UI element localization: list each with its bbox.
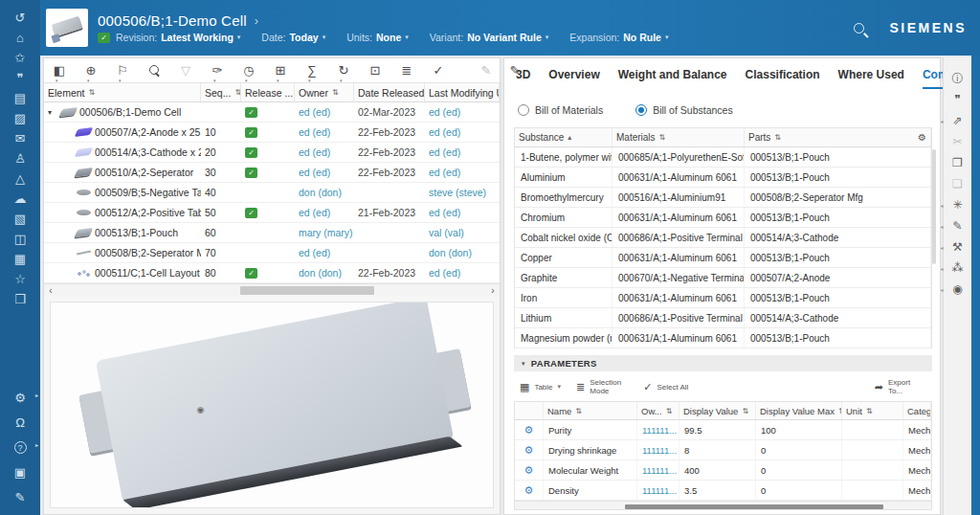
column-header-seq[interactable]: Seq... ⇅ bbox=[201, 83, 241, 101]
change-icon[interactable]: △ bbox=[8, 168, 33, 189]
back-icon[interactable]: ↺ bbox=[8, 8, 33, 28]
column-settings-gear-icon[interactable] bbox=[918, 132, 926, 143]
add-element-icon[interactable]: ⊕ ▾ bbox=[83, 63, 99, 78]
last-modifying-user-link[interactable]: val (val) bbox=[425, 223, 500, 242]
table-row[interactable]: 000510/A;2-Seperator 30 ed (ed) 22-Feb-2… bbox=[44, 163, 500, 183]
column-header-category[interactable]: Category bbox=[903, 402, 931, 419]
sort-icon[interactable]: ⇅ bbox=[332, 88, 339, 97]
sort-icon[interactable]: ⇅ bbox=[866, 407, 873, 415]
table-row[interactable]: 000507/A;2-Anode x 25 10 ed (ed) 22-Feb-… bbox=[44, 123, 500, 143]
table-row[interactable]: 000508/B;2-Seperator Mfg 70 ed (ed) don … bbox=[44, 243, 500, 263]
owner-link[interactable]: mary (mary) bbox=[295, 223, 354, 242]
markup-tools-icon[interactable]: ✎ ▸ bbox=[8, 484, 33, 509]
tab[interactable]: Weight and Balance bbox=[618, 68, 727, 89]
export-button[interactable]: ➦ Export To... bbox=[875, 378, 926, 395]
sort-icon[interactable]: ▴ bbox=[568, 133, 571, 142]
table-row[interactable]: 000512/A;2-Positive Tab 50 ed (ed) 21-Fe… bbox=[44, 203, 500, 223]
notifications-icon[interactable]: Ω ▸ bbox=[8, 410, 33, 435]
column-header-unit[interactable]: Unit ⇅ bbox=[842, 402, 903, 419]
sort-icon[interactable]: ⇅ bbox=[89, 88, 96, 97]
owner-link[interactable]: ed (ed) bbox=[295, 143, 354, 162]
select-all-button[interactable]: ✓ Select All bbox=[643, 381, 688, 393]
expand-grid-icon[interactable]: ⊞ ▾ bbox=[273, 63, 288, 78]
new-object-icon[interactable]: ◂ ✳ bbox=[947, 197, 969, 213]
radio-button-icon[interactable] bbox=[635, 104, 647, 116]
column-header-display-value-max[interactable]: Display Value Max ⇅ bbox=[756, 402, 842, 419]
radio-button-icon[interactable] bbox=[518, 104, 529, 116]
scroll-left-icon[interactable]: ‹ bbox=[44, 285, 57, 296]
tab[interactable]: Overview bbox=[548, 68, 599, 89]
horizontal-scrollbar[interactable]: ‹ › bbox=[44, 283, 500, 296]
replace-element-icon[interactable]: ⚐ ▾ bbox=[115, 63, 130, 78]
owner-link[interactable]: don (don) bbox=[295, 183, 354, 202]
table-row[interactable]: 000511/C;1-Cell Layout 80 don (don) 22-F… bbox=[44, 263, 500, 283]
owner-link[interactable]: ed (ed) bbox=[295, 123, 354, 142]
last-modifying-user-link[interactable]: ed (ed) bbox=[425, 203, 500, 222]
badge-icon[interactable]: ✩ bbox=[8, 48, 33, 68]
selection-mode-button[interactable]: ≣ Selection Mode bbox=[576, 378, 628, 395]
table-row[interactable]: 000514/A;3-Cathode x 24 20 ed (ed) 22-Fe… bbox=[44, 143, 500, 163]
last-modifying-user-link[interactable]: don (don) bbox=[425, 243, 500, 262]
context-dropdown[interactable]: Date: Today ▾ bbox=[261, 32, 325, 43]
complete-icon[interactable]: ✓ ▾ bbox=[431, 63, 446, 78]
owner-link[interactable]: ed (ed) bbox=[295, 102, 354, 122]
collaboration-icon[interactable]: ❞ bbox=[8, 68, 33, 88]
sort-icon[interactable]: ⇅ bbox=[659, 133, 666, 142]
folder-icon[interactable]: ▤ bbox=[8, 88, 33, 108]
table-row[interactable]: Molecular Weight 111111... 400 0 Mechani… bbox=[515, 460, 931, 481]
visualization-icon[interactable]: ▧ bbox=[8, 209, 33, 229]
table-row[interactable]: 000509/B;5-Negative Tab 40 don (don) ste… bbox=[44, 183, 500, 203]
cut-icon[interactable]: ◂ ✂ bbox=[947, 134, 969, 149]
context-dropdown[interactable]: Variant: No Variant Rule ▾ bbox=[430, 32, 549, 43]
paste-icon[interactable]: ◂ ❏ bbox=[947, 176, 969, 191]
viewer-canvas[interactable] bbox=[50, 302, 494, 508]
search-icon[interactable] bbox=[854, 23, 864, 34]
conversation-icon[interactable]: ◂ ❞ bbox=[947, 92, 969, 107]
history-icon[interactable]: ◷ ▾ bbox=[241, 63, 256, 78]
requirements-icon[interactable]: ❒ bbox=[8, 289, 33, 309]
context-dropdown[interactable]: Revision: Latest Working ▾ bbox=[116, 32, 240, 43]
collapse-chevron-icon[interactable]: ▾ bbox=[522, 360, 525, 368]
parameters-section-header[interactable]: ▾ PARAMETERS bbox=[514, 355, 932, 371]
table-row[interactable]: Aluminium 000631/A;1-Aluminum 6061 00051… bbox=[515, 168, 931, 188]
owner-link[interactable]: ed (ed) bbox=[295, 163, 354, 182]
sort-icon[interactable]: ⇅ bbox=[575, 407, 582, 415]
markup-pencil-icon[interactable]: ✎ bbox=[479, 63, 494, 78]
context-dropdown[interactable]: Units: None ▾ bbox=[346, 32, 409, 43]
share-cloud-icon[interactable]: ☁ bbox=[8, 189, 33, 209]
update-structure-icon[interactable]: ↻ ▾ bbox=[336, 63, 351, 78]
radio-option[interactable]: Bill of Substances bbox=[635, 104, 732, 116]
pouch-cell-model[interactable] bbox=[96, 302, 455, 504]
table-row[interactable]: 000513/B;1-Pouch 60 mary (mary) val (val… bbox=[44, 223, 500, 243]
last-modifying-user-link[interactable]: ed (ed) bbox=[425, 263, 500, 282]
table-row[interactable]: Cobalt nickel oxide (CoNiO 000686/A;1-Po… bbox=[515, 228, 931, 248]
parameters-horizontal-scrollbar[interactable] bbox=[515, 501, 931, 509]
table-row[interactable]: Magnesium powder (not st 000631/A;1-Alum… bbox=[515, 328, 931, 348]
page-title[interactable]: 000506/B;1-Demo Cell bbox=[98, 12, 247, 29]
table-view-button[interactable]: ▦ Table ▾ bbox=[520, 381, 561, 393]
column-header-parts[interactable]: Parts ⇅ bbox=[745, 128, 931, 146]
owner-link[interactable]: ed (ed) bbox=[295, 243, 354, 262]
multi-select-icon[interactable]: ≣ ▾ bbox=[399, 63, 414, 78]
column-header-element[interactable]: Element ⇅ bbox=[44, 83, 201, 101]
reports-icon[interactable]: ▦ bbox=[8, 249, 33, 269]
table-row[interactable]: Chromium 000631/A;1-Aluminum 6061 000513… bbox=[515, 208, 931, 228]
sort-icon[interactable]: ⇅ bbox=[774, 133, 781, 142]
table-row[interactable]: Lithium 000686/A;1-Positive Terminal 000… bbox=[515, 308, 931, 328]
approvals-icon[interactable]: ♙ bbox=[8, 148, 33, 168]
last-modifying-user-link[interactable]: ed (ed) bbox=[425, 123, 500, 142]
tools-icon[interactable]: ◂ ⚒ bbox=[947, 239, 969, 255]
owner-link[interactable]: don (don) bbox=[295, 263, 354, 282]
share-icon[interactable]: ◂ ⁂ bbox=[947, 260, 969, 276]
table-row[interactable]: Drying shrinkage 111111... 8 0 Mechanica… bbox=[515, 440, 931, 460]
column-header-display-value[interactable]: Display Value ⇅ bbox=[679, 402, 756, 419]
last-modifying-user-link[interactable]: ed (ed) bbox=[425, 143, 500, 162]
table-row[interactable]: Density 111111... 3.5 0 Mechanical bbox=[515, 481, 931, 501]
rollup-icon[interactable]: ∑ ▾ bbox=[304, 63, 320, 78]
last-modifying-user-link[interactable]: steve (steve) bbox=[425, 183, 500, 202]
item-thumbnail[interactable] bbox=[46, 9, 88, 47]
settings-icon[interactable]: ⚙ ▸ bbox=[8, 385, 33, 410]
open-structure-icon[interactable]: ◧ ▾ bbox=[52, 63, 67, 78]
tab[interactable]: Where Used bbox=[838, 68, 904, 89]
radio-option[interactable]: Bill of Materials bbox=[518, 104, 603, 116]
